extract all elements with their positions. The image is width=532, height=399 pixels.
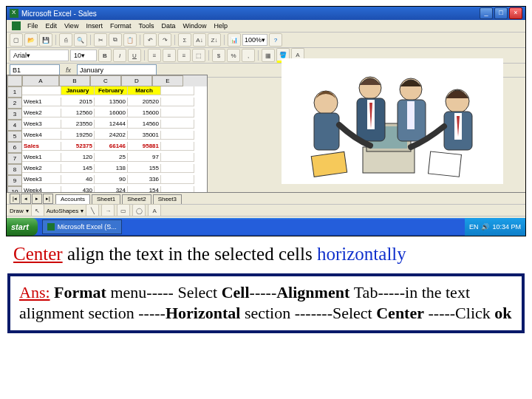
col-header[interactable]: B — [59, 75, 90, 86]
tray-icon[interactable]: 🔊 — [481, 223, 489, 231]
cell[interactable]: 16000 — [95, 109, 128, 117]
cell[interactable]: 97 — [128, 153, 161, 162]
cell[interactable] — [161, 131, 194, 140]
bold-icon[interactable]: B — [98, 49, 112, 62]
cell[interactable]: Week1 — [22, 98, 61, 106]
sheet-tab[interactable]: Sheet3 — [153, 194, 182, 204]
cell[interactable]: February — [95, 86, 128, 95]
align-right-icon[interactable]: ≡ — [177, 49, 191, 62]
redo-icon[interactable]: ↷ — [158, 33, 171, 47]
menu-help[interactable]: Help — [214, 22, 228, 30]
tab-nav-next-icon[interactable]: ▸ — [32, 194, 42, 204]
help-icon[interactable]: ? — [269, 33, 282, 47]
sort-desc-icon[interactable]: Z↓ — [208, 33, 221, 47]
cell[interactable]: Sales — [22, 142, 61, 151]
sheet-tab[interactable]: Sheet2 — [122, 194, 151, 204]
underline-icon[interactable]: U — [128, 49, 141, 62]
new-icon[interactable]: ▢ — [10, 33, 23, 47]
sort-asc-icon[interactable]: A↓ — [193, 33, 206, 47]
autoshapes-menu[interactable]: AutoShapes — [47, 208, 79, 214]
row-header[interactable]: 3 — [7, 109, 22, 120]
currency-icon[interactable]: $ — [212, 49, 225, 62]
cell[interactable]: 25 — [95, 153, 128, 162]
cell[interactable]: Week3 — [22, 175, 61, 184]
cell[interactable]: 66146 — [95, 142, 128, 151]
cell[interactable]: 52375 — [61, 142, 95, 151]
cell[interactable] — [22, 86, 61, 95]
cell[interactable]: 95881 — [128, 142, 161, 151]
merge-icon[interactable]: ⬚ — [192, 49, 205, 62]
menu-edit[interactable]: Edit — [46, 22, 58, 30]
tab-nav-first-icon[interactable]: |◂ — [10, 194, 20, 204]
start-button[interactable]: start — [7, 218, 38, 236]
save-icon[interactable]: 💾 — [39, 33, 52, 47]
language-indicator[interactable]: EN — [469, 223, 479, 231]
cell[interactable]: 40 — [61, 175, 95, 184]
percent-icon[interactable]: % — [227, 49, 240, 62]
cell[interactable]: 20520 — [128, 98, 161, 106]
row-header[interactable]: 6 — [7, 142, 22, 153]
print-icon[interactable]: ⎙ — [59, 33, 72, 47]
cell[interactable]: 145 — [61, 164, 95, 173]
tab-nav-prev-icon[interactable]: ◂ — [21, 194, 31, 204]
draw-menu[interactable]: Draw — [10, 208, 24, 214]
maximize-button[interactable]: □ — [494, 7, 508, 19]
cell[interactable]: Week1 — [22, 153, 61, 162]
col-header[interactable]: C — [90, 75, 121, 86]
open-icon[interactable]: 📂 — [24, 33, 38, 47]
system-tray[interactable]: EN 🔊 10:34 PM — [465, 218, 525, 236]
undo-icon[interactable]: ↶ — [143, 33, 157, 47]
cell[interactable] — [161, 142, 194, 151]
cell[interactable]: 23550 — [61, 120, 95, 129]
taskbar-item-excel[interactable]: Microsoft Excel (S... — [42, 219, 122, 234]
minimize-button[interactable]: _ — [480, 7, 493, 19]
sum-icon[interactable]: Σ — [178, 33, 191, 47]
chart-icon[interactable]: 📊 — [228, 33, 241, 47]
row-header[interactable]: 2 — [7, 98, 22, 109]
cell[interactable]: 12560 — [61, 109, 95, 117]
comma-icon[interactable]: , — [242, 49, 255, 62]
align-left-icon[interactable]: ≡ — [148, 49, 161, 62]
fx-icon[interactable]: fx — [66, 66, 71, 74]
cell[interactable] — [161, 98, 194, 106]
borders-icon[interactable]: ▦ — [262, 49, 275, 62]
align-center-icon[interactable]: ≡ — [163, 49, 176, 62]
preview-icon[interactable]: 🔍 — [74, 33, 87, 47]
cut-icon[interactable]: ✂ — [94, 33, 107, 47]
zoom-select[interactable]: 100% ▾ — [242, 34, 267, 46]
cell[interactable]: Week2 — [22, 109, 61, 117]
cell[interactable] — [161, 153, 194, 162]
sheet-tab-accounts[interactable]: Accounts — [55, 194, 90, 204]
menu-view[interactable]: View — [64, 22, 78, 30]
cell[interactable]: 19250 — [61, 131, 95, 140]
cell[interactable]: January — [61, 86, 95, 95]
close-button[interactable]: × — [509, 7, 522, 19]
cell[interactable] — [161, 109, 194, 117]
cell[interactable]: 13500 — [95, 98, 128, 106]
cell[interactable]: 14560 — [128, 120, 161, 129]
cell[interactable]: 24202 — [95, 131, 128, 140]
cell[interactable]: 336 — [128, 175, 161, 184]
cell[interactable]: Week4 — [22, 131, 61, 140]
italic-icon[interactable]: I — [113, 49, 126, 62]
col-header[interactable]: D — [121, 75, 152, 86]
menu-tools[interactable]: Tools — [138, 22, 154, 30]
cell[interactable]: Week3 — [22, 120, 61, 129]
cell[interactable]: 35001 — [128, 131, 161, 140]
cell[interactable]: Week2 — [22, 164, 61, 173]
cell[interactable]: 12444 — [95, 120, 128, 129]
row-header[interactable]: 9 — [7, 175, 22, 186]
cell[interactable]: 15600 — [128, 109, 161, 117]
copy-icon[interactable]: ⧉ — [109, 33, 122, 47]
menu-data[interactable]: Data — [161, 22, 175, 30]
tab-nav-last-icon[interactable]: ▸| — [43, 194, 53, 204]
cell[interactable] — [161, 164, 194, 173]
menu-file[interactable]: File — [27, 22, 38, 30]
font-name-select[interactable]: Arial ▾ — [10, 50, 69, 61]
sheet-tab[interactable]: Sheet1 — [92, 194, 120, 204]
row-header[interactable]: 8 — [7, 164, 22, 175]
row-header[interactable]: 7 — [7, 153, 22, 164]
font-size-select[interactable]: 10 ▾ — [70, 50, 97, 61]
row-header[interactable]: 5 — [7, 131, 22, 142]
cell[interactable]: 90 — [95, 175, 128, 184]
